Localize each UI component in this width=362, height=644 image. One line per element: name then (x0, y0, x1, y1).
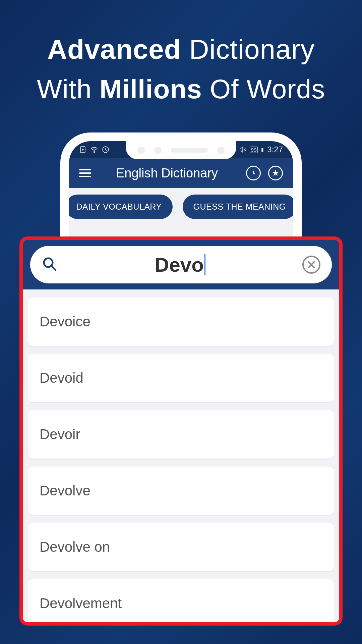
search-bar-area: Devo (23, 240, 339, 289)
search-results-list: Devoice Devoid Devoir Devolve Devolve on… (23, 289, 339, 626)
list-item[interactable]: Devoice (28, 298, 334, 346)
mute-icon (239, 146, 246, 153)
sim-icon (79, 146, 86, 153)
battery-level: 99 (250, 147, 258, 153)
list-item[interactable]: Devolve on (28, 523, 334, 571)
daily-vocab-chip[interactable]: DAILY VOCABULARY (69, 195, 173, 219)
wifi-icon (90, 146, 98, 153)
search-query-text: Devo (64, 253, 296, 276)
history-button[interactable] (246, 166, 261, 180)
app-bar: English Dictionary (69, 158, 293, 188)
svg-point-1 (94, 152, 95, 153)
search-input[interactable]: Devo (30, 246, 332, 283)
guess-meaning-chip[interactable]: GUESS THE MEANING (183, 195, 293, 219)
menu-icon[interactable] (79, 169, 91, 177)
promo-headline: Advanced Dictionary With Millions Of Wor… (0, 0, 362, 105)
list-item[interactable]: Devoid (28, 354, 334, 402)
text-cursor (204, 254, 205, 275)
headline-post-2: Of Words (202, 74, 325, 104)
search-icon (42, 256, 58, 273)
headline-bold-1: Advanced (47, 34, 181, 64)
search-callout: Devo Devoice Devoid Devoir Devolve Devol… (19, 236, 343, 626)
favorites-button[interactable] (268, 166, 283, 180)
headline-rest-1: Dictionary (181, 34, 315, 64)
clear-search-button[interactable] (302, 256, 320, 274)
sync-icon (102, 146, 109, 153)
headline-bold-2: Millions (100, 74, 202, 104)
phone-notch (126, 141, 236, 159)
list-item[interactable]: Devolve (28, 467, 334, 515)
clock-time: 3:27 (267, 145, 283, 154)
chips-row: DAILY VOCABULARY GUESS THE MEANING (69, 188, 293, 225)
headline-pre-2: With (37, 74, 100, 104)
list-item[interactable]: Devolvement (28, 579, 334, 626)
app-title: English Dictionary (95, 166, 239, 180)
list-item[interactable]: Devoir (28, 410, 334, 459)
